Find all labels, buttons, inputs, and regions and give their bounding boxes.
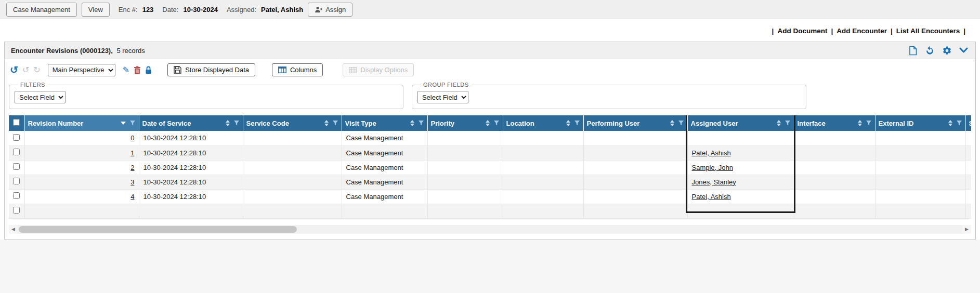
- col-header-visit-type[interactable]: Visit Type: [342, 115, 427, 131]
- sort-icon[interactable]: [777, 120, 781, 126]
- filter-icon[interactable]: [418, 120, 424, 126]
- scrollbar-thumb[interactable]: [19, 226, 297, 233]
- filters-legend: FILTERS: [18, 82, 48, 88]
- assign-button[interactable]: Assign: [308, 3, 352, 17]
- performing-user-cell: [583, 175, 687, 189]
- filter-icon[interactable]: [678, 120, 684, 126]
- assigned-user-link[interactable]: Jones, Stanley: [692, 178, 736, 186]
- sort-icon[interactable]: [566, 120, 570, 126]
- table-row[interactable]: 0 10-30-2024 12:28:10 Case Management: [9, 131, 971, 145]
- col-header-location[interactable]: Location: [503, 115, 583, 131]
- filter-icon[interactable]: [332, 120, 338, 126]
- revision-link[interactable]: 2: [130, 164, 134, 171]
- collapse-chevron-icon[interactable]: [959, 47, 968, 54]
- priority-cell: [427, 131, 503, 145]
- visit-type-cell: Case Management: [342, 131, 427, 145]
- sort-desc-icon[interactable]: [121, 122, 126, 125]
- filter-icon[interactable]: [956, 120, 962, 126]
- visit-type-cell: Case Management: [342, 189, 427, 204]
- scroll-right-arrow[interactable]: ▶: [962, 225, 971, 234]
- priority-cell: [427, 160, 503, 175]
- visit-type-cell: Case Management: [342, 145, 427, 160]
- row-checkbox[interactable]: [13, 207, 20, 214]
- filter-icon[interactable]: [574, 120, 580, 126]
- external-id-cell: [875, 131, 965, 145]
- performing-user-cell: [583, 145, 687, 160]
- checkbox-cell: [9, 189, 24, 204]
- table-row[interactable]: 3 10-30-2024 12:28:10 Case Management Jo…: [9, 175, 971, 189]
- status-cell: [965, 175, 971, 189]
- assigned-user-link[interactable]: Patel, Ashish: [692, 149, 731, 157]
- sort-icon[interactable]: [324, 120, 329, 126]
- gear-icon[interactable]: [942, 46, 952, 56]
- delete-perspective-icon[interactable]: [134, 66, 141, 74]
- filter-icon[interactable]: [866, 120, 872, 126]
- case-management-button[interactable]: Case Management: [6, 3, 77, 17]
- table-row[interactable]: 4 10-30-2024 12:28:10 Case Management Pa…: [9, 189, 971, 204]
- edit-perspective-icon[interactable]: ✎: [123, 66, 129, 74]
- sort-icon[interactable]: [226, 120, 230, 126]
- scrollbar-track[interactable]: [18, 225, 962, 234]
- filters-select-field[interactable]: Select Field: [15, 91, 66, 103]
- filter-icon[interactable]: [233, 120, 240, 126]
- col-header-date-of-service[interactable]: Date of Service: [139, 115, 243, 131]
- assigned-user-link[interactable]: Sample, John: [692, 164, 734, 171]
- col-header-service-code[interactable]: Service Code: [243, 115, 342, 131]
- row-checkbox[interactable]: [13, 134, 20, 141]
- revision-cell: 4: [24, 189, 139, 204]
- assigned-label: Assigned:: [227, 6, 256, 14]
- row-checkbox[interactable]: [13, 178, 20, 184]
- table-row[interactable]: 2 10-30-2024 12:28:10 Case Management Sa…: [9, 160, 971, 175]
- add-encounter-link[interactable]: Add Encounter: [837, 27, 887, 35]
- new-document-icon[interactable]: [909, 46, 918, 56]
- horizontal-scrollbar[interactable]: ◀ ▶: [9, 225, 971, 234]
- filter-icon[interactable]: [493, 120, 500, 126]
- filter-icon[interactable]: [129, 120, 136, 126]
- lock-icon[interactable]: [145, 66, 152, 74]
- col-header-assigned-user[interactable]: Assigned User: [687, 115, 794, 131]
- revision-link[interactable]: 0: [130, 134, 134, 142]
- status-cell: [965, 131, 971, 145]
- view-button[interactable]: View: [82, 3, 110, 17]
- date-of-service-cell: 10-30-2024 12:28:10: [139, 175, 243, 189]
- list-all-encounters-link[interactable]: List All Encounters: [896, 27, 960, 35]
- columns-button[interactable]: Columns: [272, 63, 323, 76]
- date-of-service-cell: 10-30-2024 12:28:10: [139, 189, 243, 204]
- sort-icon[interactable]: [670, 120, 674, 126]
- service-code-cell: [243, 145, 342, 160]
- filter-icon[interactable]: [785, 120, 791, 126]
- panel-title: Encounter Revisions (0000123), 5 records: [11, 47, 145, 55]
- sort-icon[interactable]: [948, 120, 952, 126]
- sort-icon[interactable]: [858, 120, 862, 126]
- checkbox-cell: [9, 131, 24, 145]
- undo-icon[interactable]: ↺: [10, 65, 18, 75]
- perspective-select[interactable]: Main Perspective: [48, 64, 115, 76]
- priority-cell: [427, 175, 503, 189]
- revision-link[interactable]: 4: [130, 193, 134, 201]
- revisions-table: Revision Number Date of Service Service …: [9, 115, 971, 219]
- col-header-revision-number[interactable]: Revision Number: [24, 115, 139, 131]
- col-header-interface[interactable]: Interface: [794, 115, 875, 131]
- table-row[interactable]: 1 10-30-2024 12:28:10 Case Management Pa…: [9, 145, 971, 160]
- status-cell: [965, 189, 971, 204]
- scroll-left-arrow[interactable]: ◀: [9, 225, 18, 234]
- revision-link[interactable]: 1: [130, 149, 134, 157]
- revision-link[interactable]: 3: [130, 178, 134, 186]
- row-checkbox[interactable]: [13, 163, 20, 170]
- group-fields-select-field[interactable]: Select Field: [417, 91, 468, 103]
- revision-cell: 3: [24, 175, 139, 189]
- assigned-user-link[interactable]: Patel, Ashish: [692, 193, 731, 201]
- sort-icon[interactable]: [486, 120, 490, 126]
- add-document-link[interactable]: Add Document: [777, 27, 827, 35]
- select-all-header[interactable]: [9, 115, 24, 131]
- col-header-priority[interactable]: Priority: [427, 115, 503, 131]
- refresh-icon[interactable]: [925, 46, 935, 56]
- col-header-status-clipped[interactable]: S: [965, 115, 971, 131]
- col-header-performing-user[interactable]: Performing User: [583, 115, 687, 131]
- sort-icon[interactable]: [410, 120, 414, 126]
- row-checkbox[interactable]: [13, 192, 20, 199]
- col-header-external-id[interactable]: External ID: [875, 115, 965, 131]
- store-displayed-data-button[interactable]: Store Displayed Data: [167, 63, 255, 76]
- select-all-checkbox[interactable]: [13, 119, 20, 126]
- row-checkbox[interactable]: [13, 149, 20, 155]
